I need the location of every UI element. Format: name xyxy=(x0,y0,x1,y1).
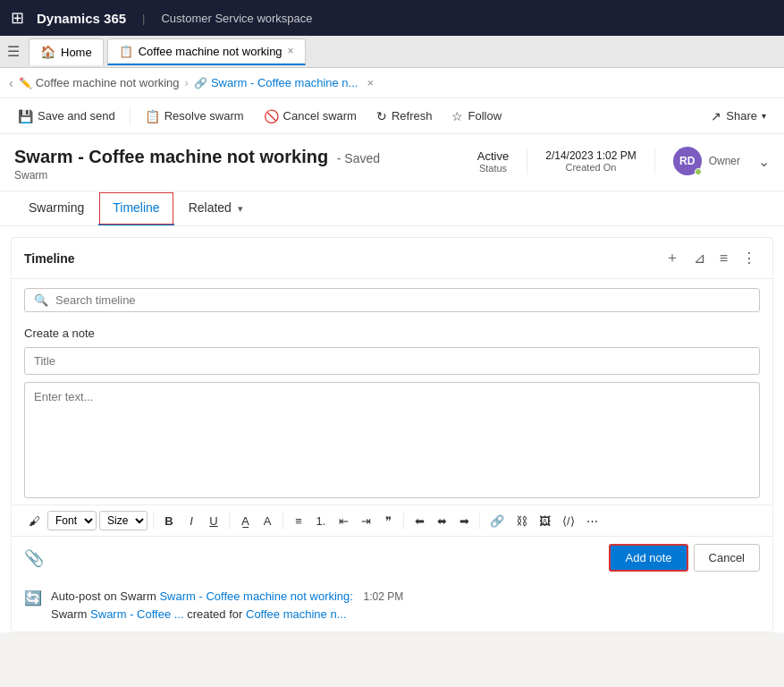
timeline-tab-label: Timeline xyxy=(113,200,159,215)
breadcrumb-2-icon: 🔗 xyxy=(194,77,207,89)
rte-size-select[interactable]: Size xyxy=(99,511,148,530)
active-tab[interactable]: 📋 Coffee machine not working × xyxy=(107,38,306,65)
rte-color-button[interactable]: A xyxy=(257,512,277,530)
rte-italic-button[interactable]: I xyxy=(181,512,201,530)
active-tab-icon: 📋 xyxy=(119,45,133,58)
record-saved-badge: - Saved xyxy=(337,151,380,165)
rte-underline-button[interactable]: U xyxy=(204,512,223,530)
follow-label: Follow xyxy=(468,109,502,123)
tab-timeline[interactable]: Timeline xyxy=(98,191,173,225)
status-value: Active xyxy=(477,149,509,163)
hamburger-icon[interactable]: ☰ xyxy=(7,43,20,60)
record-subtitle: Swarm xyxy=(14,169,380,182)
breadcrumb-item-2[interactable]: 🔗 Swarm - Coffee machine n... xyxy=(194,76,358,89)
meta-divider xyxy=(527,148,527,174)
autopost-swarm-name-link[interactable]: Swarm - Coffee machine not working: xyxy=(159,589,353,603)
autopost-text: Auto-post on Swarm Swarm - Coffee machin… xyxy=(51,588,403,623)
rte-link-button[interactable]: 🔗 xyxy=(485,512,509,530)
record-header-left: Swarm - Coffee machine not working - Sav… xyxy=(14,147,380,182)
share-dropdown-icon: ▾ xyxy=(762,111,766,121)
workspace-label: Customer Service workspace xyxy=(161,12,312,25)
note-actions: 📎 Add note Cancel xyxy=(12,536,772,579)
autopost-time: 1:02 PM xyxy=(364,590,404,603)
rte-list-button[interactable]: ≡ xyxy=(289,512,308,530)
record-header: Swarm - Coffee machine not working - Sav… xyxy=(0,134,784,191)
home-tab[interactable]: 🏠 Home xyxy=(29,38,104,65)
tab-swarming[interactable]: Swarming xyxy=(14,191,98,225)
meta-divider-2 xyxy=(654,148,655,174)
rte-align-center-button[interactable]: ⬌ xyxy=(432,512,451,530)
collapse-button[interactable]: ⌄ xyxy=(758,153,770,170)
share-button[interactable]: ↗ Share ▾ xyxy=(702,105,775,128)
rte-sep-1 xyxy=(153,513,154,529)
share-icon: ↗ xyxy=(711,109,721,123)
grid-icon[interactable]: ⊞ xyxy=(11,8,24,28)
rte-unlink-button[interactable]: ⛓ xyxy=(511,512,532,530)
rte-bold-button[interactable]: B xyxy=(159,512,179,530)
breadcrumb-item-1[interactable]: ✏️ Coffee machine not working xyxy=(19,76,180,89)
autopost-line2-link[interactable]: Swarm - Coffee ... xyxy=(90,607,184,621)
breadcrumb-1-icon: ✏️ xyxy=(19,77,32,89)
add-note-button[interactable]: Add note xyxy=(609,544,687,572)
autopost-line2-link2[interactable]: Coffee machine n... xyxy=(246,607,347,621)
related-dropdown-icon: ▾ xyxy=(238,203,243,214)
autopost-line2-pre: Swarm xyxy=(51,607,87,621)
tab-related[interactable]: Related ▾ xyxy=(174,191,257,225)
breadcrumb-separator: › xyxy=(185,76,189,89)
created-value: 2/14/2023 1:02 PM xyxy=(545,149,636,162)
refresh-button[interactable]: ↻ Refresh xyxy=(367,105,442,128)
record-title: Swarm - Coffee machine not working xyxy=(14,147,328,166)
back-button[interactable]: ‹ xyxy=(9,76,13,90)
resolve-swarm-button[interactable]: 📋 Resolve swarm xyxy=(136,105,253,128)
follow-button[interactable]: ☆ Follow xyxy=(443,105,510,128)
rte-paint-icon[interactable]: 🖌 xyxy=(24,512,45,530)
rte-sep-5 xyxy=(479,513,480,529)
online-indicator xyxy=(695,168,702,175)
note-title-input[interactable] xyxy=(24,347,760,375)
rte-quote-button[interactable]: ❞ xyxy=(378,512,398,530)
rte-align-right-button[interactable]: ➡ xyxy=(454,512,474,530)
nav-divider: | xyxy=(142,12,145,25)
breadcrumb-bar: ‹ ✏️ Coffee machine not working › 🔗 Swar… xyxy=(0,68,784,98)
save-send-button[interactable]: 💾 Save and send xyxy=(9,105,124,128)
record-status: Active Status xyxy=(477,149,509,174)
filter-timeline-button[interactable]: ⊿ xyxy=(690,248,709,268)
rte-highlight-button[interactable]: A̲ xyxy=(235,512,255,530)
rte-ordered-list-button[interactable]: 1. xyxy=(311,512,331,530)
follow-icon: ☆ xyxy=(451,109,463,123)
share-label: Share xyxy=(726,109,757,123)
timeline-section: Timeline ＋ ⊿ ≡ ⋮ 🔍 Create a note 🖌 Font xyxy=(11,237,773,632)
rte-indent-decrease-button[interactable]: ⇤ xyxy=(333,512,353,530)
rte-image-button[interactable]: 🖼 xyxy=(535,512,555,530)
cancel-note-button[interactable]: Cancel xyxy=(694,544,760,572)
toolbar-sep-1 xyxy=(130,107,131,125)
home-tab-label: Home xyxy=(61,46,92,59)
resolve-swarm-icon: 📋 xyxy=(145,109,160,123)
autopost-line2-mid: created for xyxy=(187,607,242,621)
autopost-icon: 🔄 xyxy=(24,589,42,606)
timeline-search-box[interactable]: 🔍 xyxy=(24,288,760,312)
search-input[interactable] xyxy=(55,293,750,307)
rte-more-button[interactable]: ⋯ xyxy=(582,512,603,530)
attach-button[interactable]: 📎 xyxy=(24,548,44,568)
cancel-swarm-button[interactable]: 🚫 Cancel swarm xyxy=(255,105,366,128)
rte-font-select[interactable]: Font xyxy=(47,511,97,530)
note-actions-right: Add note Cancel xyxy=(609,544,760,572)
note-text-area[interactable] xyxy=(24,382,760,498)
breadcrumb-close-button[interactable]: × xyxy=(367,76,374,89)
rte-align-left-button[interactable]: ⬅ xyxy=(409,512,429,530)
create-note-label: Create a note xyxy=(12,321,772,344)
active-tab-close[interactable]: × xyxy=(288,45,294,57)
rte-code-button[interactable]: ⟨/⟩ xyxy=(558,512,579,530)
timeline-header: Timeline ＋ ⊿ ≡ ⋮ xyxy=(12,238,772,279)
more-timeline-button[interactable]: ⋮ xyxy=(738,248,760,268)
timeline-title: Timeline xyxy=(24,251,662,266)
rte-toolbar: 🖌 Font Size B I U A̲ A ≡ 1. ⇤ ⇥ ❞ ⬅ ⬌ ➡ xyxy=(12,505,772,536)
owner-section: RD Owner xyxy=(673,147,740,175)
rte-indent-increase-button[interactable]: ⇥ xyxy=(356,512,375,530)
add-timeline-button[interactable]: ＋ xyxy=(662,247,683,269)
status-label: Status xyxy=(477,163,509,174)
sort-timeline-button[interactable]: ≡ xyxy=(716,249,731,268)
record-header-right: Active Status 2/14/2023 1:02 PM Created … xyxy=(477,147,770,175)
top-nav: ⊞ Dynamics 365 | Customer Service worksp… xyxy=(0,0,784,36)
